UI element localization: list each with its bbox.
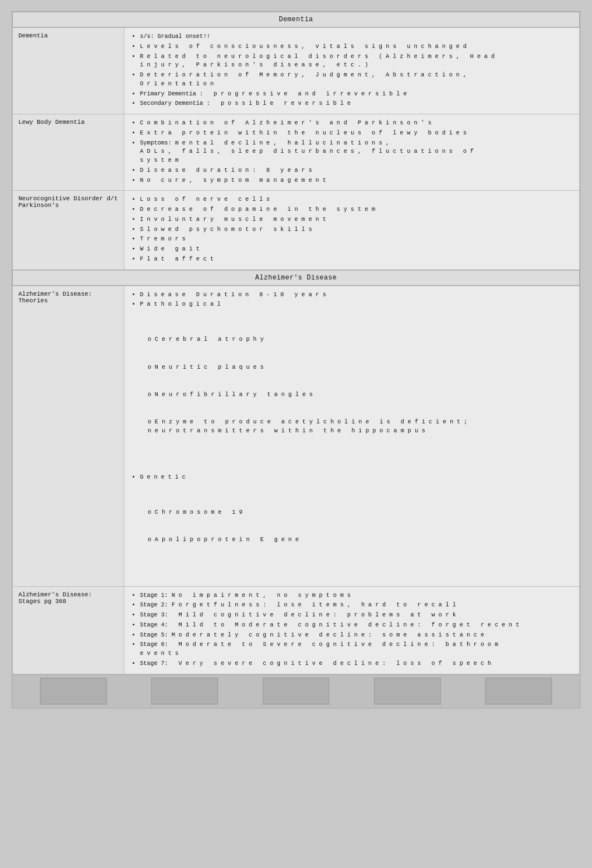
list-item: Stage 7: V e r y s e v e r e c o g n i t… xyxy=(140,659,574,668)
list-item: F l a t a f f e c t xyxy=(140,255,574,264)
list-item: C o m b i n a t i o n o f A l z h e i m … xyxy=(140,119,574,128)
list-item: C h r o m o s o m e 1 9 xyxy=(148,508,574,517)
alzheimers-section-header: Alzheimer's Disease xyxy=(12,270,580,286)
list-item: A p o l i p o p r o t e i n E g e n e xyxy=(148,536,574,544)
list-item: P a t h o l o g i c a l C e r e b r a l … xyxy=(140,300,574,471)
row-content-lewy: C o m b i n a t i o n o f A l z h e i m … xyxy=(124,114,580,191)
lewy-list: C o m b i n a t i o n o f A l z h e i m … xyxy=(130,119,574,185)
thumbnail-1[interactable] xyxy=(40,678,107,705)
row-content-theories: D i s e a s e D u r a t i o n 8 - 1 0 y … xyxy=(124,286,580,586)
list-item: W i d e g a i t xyxy=(140,245,574,254)
list-item: N e u r o f i b r i l l a r y t a n g l … xyxy=(148,390,574,399)
list-item: E n z y m e t o p r o d u c e a c e t y … xyxy=(148,418,574,436)
list-item: L o s s o f n e r v e c e l l s xyxy=(140,195,574,204)
list-item: E x t r a p r o t e i n w i t h i n t h … xyxy=(140,129,574,138)
thumbnail-3[interactable] xyxy=(263,678,329,705)
list-item: D e c r e a s e o f d o p a m i n e i n … xyxy=(140,205,574,214)
list-item: D e t e r i o r a t i o n o f M e m o r … xyxy=(140,71,574,89)
thumbnail-2[interactable] xyxy=(151,678,218,705)
row-content-neurocognitive: L o s s o f n e r v e c e l l s D e c r … xyxy=(124,191,580,269)
list-item: L e v e l s o f c o n s c i o u s n e s … xyxy=(140,42,574,51)
theories-list: D i s e a s e D u r a t i o n 8 - 1 0 y … xyxy=(130,291,574,581)
table-row: Dementia s/s: Gradual onset!! L e v e l … xyxy=(13,28,580,114)
neurocognitive-list: L o s s o f n e r v e c e l l s D e c r … xyxy=(130,195,574,263)
list-item: S l o w e d p s y c h o m o t o r s k i … xyxy=(140,225,574,234)
list-item: Stage 5: M o d e r a t e l y c o g n i t… xyxy=(140,631,574,640)
table-row: Lewy Body Dementia C o m b i n a t i o n… xyxy=(13,114,580,191)
row-content-dementia: s/s: Gradual onset!! L e v e l s o f c o… xyxy=(124,28,580,114)
table-row: Neurocognitive Disorder d/tParkinson's L… xyxy=(13,191,580,269)
row-content-stages: Stage 1: N o i m p a i r m e n t , n o s… xyxy=(124,586,580,674)
list-item: Primary Dementia : p r o g r e s s i v e… xyxy=(140,90,574,99)
list-item: R e l a t e d t o n e u r o l o g i c a … xyxy=(140,52,574,70)
thumbnail-4[interactable] xyxy=(374,678,441,705)
list-item: Secondary Dementia : p o s s i b l e r e… xyxy=(140,99,574,108)
bottom-bar xyxy=(12,674,580,708)
list-item: G e n e t i c C h r o m o s o m e 1 9 A … xyxy=(140,473,574,581)
list-item: N e u r i t i c p l a q u e s xyxy=(148,363,574,372)
stages-list: Stage 1: N o i m p a i r m e n t , n o s… xyxy=(130,591,574,668)
row-label-stages: Alzheimer's Disease:Stages pg 368 xyxy=(13,586,124,674)
list-item: T r e m o r s xyxy=(140,235,574,244)
table-row: Alzheimer's Disease:Theories D i s e a s… xyxy=(13,286,580,586)
list-item: Stage 1: N o i m p a i r m e n t , n o s… xyxy=(140,591,574,600)
pathological-sublist: C e r e b r a l a t r o p h y N e u r i … xyxy=(140,318,574,454)
list-item: N o c u r e , s y m p t o m m a n a g e … xyxy=(140,176,574,185)
page-wrapper: Dementia Dementia s/s: Gradual onset!! L… xyxy=(12,11,580,708)
list-item: Stage 6: M o d e r a t e t o S e v e r e… xyxy=(140,640,574,658)
row-label-dementia: Dementia xyxy=(13,28,124,114)
list-item: s/s: Gradual onset!! xyxy=(140,32,574,41)
dementia-table: Dementia s/s: Gradual onset!! L e v e l … xyxy=(12,27,580,270)
row-label-neurocognitive: Neurocognitive Disorder d/tParkinson's xyxy=(13,191,124,269)
list-item: C e r e b r a l a t r o p h y xyxy=(148,335,574,344)
list-item: Stage 4: M i l d t o M o d e r a t e c o… xyxy=(140,621,574,630)
table-row: Alzheimer's Disease:Stages pg 368 Stage … xyxy=(13,586,580,674)
list-item: I n v o l u n t a r y m u s c l e m o v … xyxy=(140,215,574,224)
row-label-theories: Alzheimer's Disease:Theories xyxy=(13,286,124,586)
list-item: D i s e a s e d u r a t i o n : 8 y e a … xyxy=(140,166,574,175)
row-label-lewy: Lewy Body Dementia xyxy=(13,114,124,191)
alzheimers-table: Alzheimer's Disease:Theories D i s e a s… xyxy=(12,286,580,674)
dementia-section-header: Dementia xyxy=(12,12,580,27)
list-item: D i s e a s e D u r a t i o n 8 - 1 0 y … xyxy=(140,291,574,300)
list-item: Stage 3: M i l d c o g n i t i v e d e c… xyxy=(140,611,574,620)
dementia-list: s/s: Gradual onset!! L e v e l s o f c o… xyxy=(130,32,574,108)
thumbnail-5[interactable] xyxy=(485,678,552,705)
list-item: Stage 2: F o r g e t f u l n e s s : l o… xyxy=(140,601,574,610)
list-item: Symptoms: m e n t a l d e c l i n e , h … xyxy=(140,139,574,165)
genetic-sublist: C h r o m o s o m e 1 9 A p o l i p o p … xyxy=(140,490,574,563)
